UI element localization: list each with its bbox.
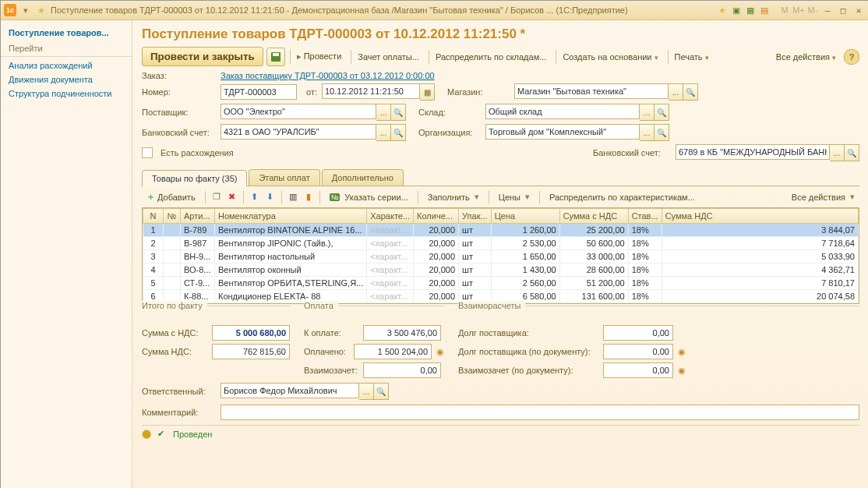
tab-additional[interactable]: Дополнительно <box>322 169 404 186</box>
grid-cell[interactable]: <характ... <box>367 237 414 250</box>
grid-cell[interactable]: В-987 <box>181 237 215 250</box>
table-row[interactable]: 5СТ-9...Вентилятор ОРБИТА,STERLING,Я...<… <box>143 277 859 290</box>
goods-grid[interactable]: N№Арти...НоменклатураХаракте...Количе...… <box>142 207 859 304</box>
set-series-button[interactable]: №Указать серии... <box>325 191 413 203</box>
supplier-input[interactable]: ООО "Электро" <box>221 104 376 119</box>
grid-col-header[interactable]: Упак... <box>459 209 492 224</box>
calc-mplus-button[interactable]: M+ <box>792 4 805 16</box>
order-link[interactable]: Заказ поставщику ТДРТ-000003 от 03.12.20… <box>221 71 435 80</box>
grid-cell[interactable]: 3 <box>143 250 164 263</box>
grid-cell[interactable]: 4 362,71 <box>662 263 858 277</box>
grid-col-header[interactable]: Став... <box>628 209 662 224</box>
grid-col-header[interactable]: № <box>164 209 181 224</box>
select-icon[interactable]: ... <box>640 104 655 121</box>
scan-icon[interactable]: ▮ <box>302 191 315 203</box>
select-icon[interactable]: ... <box>376 104 391 121</box>
grid-cell[interactable]: 20,000 <box>414 224 459 237</box>
grid-cell[interactable] <box>164 237 181 250</box>
open-icon[interactable]: 🔍 <box>845 144 859 161</box>
info-icon[interactable]: ◉ <box>678 347 686 357</box>
calc-m-button[interactable]: M <box>778 4 791 16</box>
grid-cell[interactable]: 2 530,00 <box>491 237 559 250</box>
grid-cell[interactable]: 33 000,00 <box>559 250 628 263</box>
grid-cell[interactable]: Вентилятор BINATONE ALPINE 16... <box>215 224 367 237</box>
grid-cell[interactable]: 1 <box>143 224 164 237</box>
grid-cell[interactable] <box>164 277 181 290</box>
tab-goods-fact[interactable]: Товары по факту (35) <box>142 170 247 186</box>
sidebar-item-structure[interactable]: Структура подчиненности <box>1 87 132 101</box>
create-based-button[interactable]: Создать на основании <box>556 50 662 64</box>
grid-col-header[interactable]: Арти... <box>181 209 215 224</box>
grid-cell[interactable]: 20,000 <box>414 237 459 250</box>
add-row-button[interactable]: ＋Добавить <box>142 189 200 204</box>
grid-cell[interactable]: Вентилятор настольный <box>215 250 367 263</box>
grid-col-header[interactable]: N <box>143 209 164 224</box>
tab-payment-stages[interactable]: Этапы оплат <box>249 169 319 186</box>
comment-input[interactable] <box>221 405 859 420</box>
grid-cell[interactable]: 28 600,00 <box>559 263 628 277</box>
grid-col-header[interactable]: Сумма НДС <box>662 209 858 224</box>
move-up-icon[interactable]: ⬆ <box>249 191 261 203</box>
copy-row-icon[interactable]: ❐ <box>210 191 223 203</box>
bank1-input[interactable]: 4321 в ОАО "УРАЛСИБ" <box>221 124 376 140</box>
nav-dropdown-icon[interactable]: ▾ <box>19 4 32 16</box>
grid-cell[interactable]: шт <box>459 250 492 263</box>
delete-row-icon[interactable]: ✖ <box>226 191 238 203</box>
grid-col-header[interactable]: Сумма с НДС <box>559 209 628 224</box>
grid-cell[interactable] <box>164 250 181 263</box>
select-icon[interactable]: ... <box>669 83 683 101</box>
fill-button[interactable]: Заполнить▾ <box>423 190 484 203</box>
grid-cell[interactable]: 25 200,00 <box>559 224 628 237</box>
store-input[interactable]: Магазин "Бытовая техника" <box>514 83 669 99</box>
select-icon[interactable]: ... <box>376 124 391 141</box>
print-button[interactable]: Печать <box>668 50 714 64</box>
grid-cell[interactable]: ВО-8... <box>181 263 215 277</box>
post-and-close-button[interactable]: Провести и закрыть <box>142 47 263 66</box>
barcode-icon[interactable]: ▥ <box>287 191 299 203</box>
grid-cell[interactable]: 20,000 <box>414 277 459 290</box>
select-icon[interactable]: ... <box>640 124 655 141</box>
grid-cell[interactable]: 2 560,00 <box>491 277 559 290</box>
grid-cell[interactable]: 7 810,17 <box>662 277 858 290</box>
grid-cell[interactable]: шт <box>459 237 492 250</box>
grid-cell[interactable]: 18% <box>628 250 662 263</box>
close-button[interactable]: ✕ <box>852 4 866 16</box>
select-icon[interactable]: ... <box>830 144 845 161</box>
grid-cell[interactable]: 18% <box>628 290 662 303</box>
open-icon[interactable]: 🔍 <box>655 104 669 121</box>
grid-cell[interactable] <box>164 263 181 277</box>
distribute-warehouses-button[interactable]: Распределить по складам... <box>429 50 551 64</box>
info-icon[interactable]: ◉ <box>436 347 444 357</box>
grid-col-header[interactable]: Цена <box>491 209 559 224</box>
grid-cell[interactable]: Кондиционер ELEKTA- 88 <box>215 290 367 303</box>
number-input[interactable]: ТДРТ-000003 <box>221 84 297 100</box>
favorite-icon[interactable]: ★ <box>35 4 48 16</box>
grid-cell[interactable]: <характ... <box>367 250 414 263</box>
grid-cell[interactable]: 131 600,00 <box>559 290 628 303</box>
table-row[interactable]: 4ВО-8...Вентилятор оконный<характ...20,0… <box>143 263 859 277</box>
grid-cell[interactable]: 20,000 <box>414 290 459 303</box>
star-icon[interactable]: ★ <box>716 4 729 16</box>
grid-cell[interactable]: 4 <box>143 263 164 277</box>
grid-cell[interactable]: <характ... <box>367 263 414 277</box>
bank2-input[interactable]: 6789 в КБ "МЕЖДУНАРОДНЫЙ БАНК <box>676 144 830 160</box>
grid-cell[interactable]: 1 650,00 <box>491 250 559 263</box>
grid-cell[interactable]: Вентилятор JIPONIC (Тайв.), <box>215 237 367 250</box>
grid-col-header[interactable]: Номенклатура <box>215 209 367 224</box>
grid-cell[interactable]: СТ-9... <box>181 277 215 290</box>
calendar-icon[interactable]: ▤ <box>758 4 771 16</box>
grid-cell[interactable] <box>164 224 181 237</box>
open-icon[interactable]: 🔍 <box>655 124 669 141</box>
calendar-picker-icon[interactable]: ▦ <box>420 83 435 101</box>
grid-cell[interactable]: 18% <box>628 263 662 277</box>
date-input[interactable]: 10.12.2012 11:21:50 <box>322 83 420 99</box>
all-actions-button[interactable]: Все действия <box>771 50 841 64</box>
sidebar-item-movements[interactable]: Движения документа <box>1 72 132 87</box>
grid-cell[interactable]: шт <box>459 277 492 290</box>
grid-cell[interactable]: 18% <box>628 224 662 237</box>
table-row[interactable]: 2В-987Вентилятор JIPONIC (Тайв.),<характ… <box>143 237 859 250</box>
grid-col-header[interactable]: Количе... <box>414 209 459 224</box>
calc-mminus-button[interactable]: M- <box>806 4 819 16</box>
info-icon[interactable]: ◉ <box>678 366 686 376</box>
select-icon[interactable]: ... <box>359 383 374 400</box>
